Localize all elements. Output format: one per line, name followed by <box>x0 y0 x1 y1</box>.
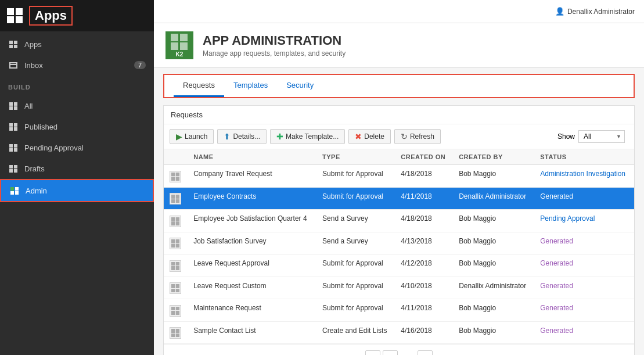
row-status[interactable]: Generated <box>534 277 634 299</box>
tab-requests[interactable]: Requests <box>174 75 224 97</box>
col-created-on: CREATED ON <box>395 149 453 165</box>
app-title: APP ADMINISTRATION <box>203 33 632 48</box>
sidebar-item-pending-approval[interactable]: Pending Approval <box>0 137 154 158</box>
row-created-on: 4/10/2018 <box>395 277 453 299</box>
details-button[interactable]: ⬆ Details... <box>217 129 267 144</box>
row-status[interactable]: Administration Investigation <box>534 165 634 188</box>
row-name: Employee Job Satisfaction Quarter 4 <box>188 210 316 232</box>
row-created-on: 4/11/2018 <box>395 299 453 322</box>
row-type: Send a Survey <box>316 232 395 254</box>
table-row[interactable]: Leave Request CustomSubmit for Approval4… <box>164 277 634 299</box>
row-type: Submit for Approval <box>316 165 395 188</box>
row-name: Leave Request Custom <box>188 277 316 299</box>
row-status[interactable]: Generated <box>534 254 634 277</box>
row-created-by: Denallix Administrator <box>453 187 534 210</box>
row-type: Send a Survey <box>316 210 395 232</box>
refresh-icon: ↻ <box>401 132 408 141</box>
sidebar-item-published[interactable]: Published <box>0 116 154 137</box>
prev-page-button[interactable]: ‹ <box>383 350 398 355</box>
main-content: 👤 Denallix Administrator K2 APP ADMINIST… <box>154 0 644 355</box>
row-created-on: 4/18/2018 <box>395 165 453 188</box>
table-body: Company Travel RequestSubmit for Approva… <box>164 165 634 344</box>
table-row[interactable]: Job Satisfaction SurveySend a Survey4/13… <box>164 232 634 254</box>
sidebar-item-apps[interactable]: Apps <box>0 34 154 55</box>
launch-icon: ▶ <box>176 132 182 141</box>
row-type: Submit for Approval <box>316 254 395 277</box>
row-created-by: Denallix Administrator <box>453 277 534 299</box>
sidebar-item-admin[interactable]: Admin <box>0 179 154 202</box>
all-icon <box>8 101 19 111</box>
row-status[interactable]: Generated <box>534 187 634 210</box>
row-type: Submit for Approval <box>316 277 395 299</box>
sidebar-title: Apps <box>29 6 73 26</box>
row-type: Submit for Approval <box>316 187 395 210</box>
tab-templates[interactable]: Templates <box>224 75 277 97</box>
sidebar-item-all-label: All <box>24 102 33 110</box>
sidebar-item-inbox[interactable]: Inbox 7 <box>0 55 154 76</box>
col-type: TYPE <box>316 149 395 165</box>
refresh-button[interactable]: ↻ Refresh <box>394 129 441 144</box>
table-row[interactable]: Maintenance RequestSubmit for Approval4/… <box>164 299 634 322</box>
sidebar-item-all[interactable]: All <box>0 95 154 116</box>
row-created-on: 4/18/2018 <box>395 210 453 232</box>
row-name: Maintenance Request <box>188 299 316 322</box>
first-page-button[interactable]: « <box>365 350 380 355</box>
show-label: Show <box>557 132 575 141</box>
table-row[interactable]: Company Travel RequestSubmit for Approva… <box>164 165 634 188</box>
row-type: Submit for Approval <box>316 299 395 322</box>
table-row[interactable]: Sample Contact ListCreate and Edit Lists… <box>164 321 634 344</box>
published-icon <box>8 121 19 132</box>
app-subtitle: Manage app requests, templates, and secu… <box>203 49 632 58</box>
row-created-by: Bob Maggio <box>453 321 534 344</box>
show-control: Show All <box>557 130 628 143</box>
sidebar-item-apps-label: Apps <box>24 40 42 49</box>
make-template-button[interactable]: ✚ Make Template... <box>270 129 345 144</box>
status-link[interactable]: Generated <box>540 327 573 335</box>
user-icon: 👤 <box>555 7 564 16</box>
row-icon-cell <box>164 277 188 299</box>
admin-icon <box>9 185 20 196</box>
row-status[interactable]: Pending Approval <box>534 210 634 232</box>
row-status[interactable]: Generated <box>534 321 634 344</box>
status-link[interactable]: Generated <box>540 259 573 267</box>
show-select-wrapper: All <box>578 130 625 143</box>
sidebar: Apps Apps Inbox 7 BUILD All <box>0 0 154 355</box>
sidebar-nav-section: Apps Inbox 7 <box>0 31 154 78</box>
row-name: Employee Contracts <box>188 187 316 210</box>
table-row[interactable]: Leave Request ApprovalSubmit for Approva… <box>164 254 634 277</box>
row-name: Leave Request Approval <box>188 254 316 277</box>
row-app-icon <box>170 305 181 317</box>
row-type: Create and Edit Lists <box>316 321 395 344</box>
table-row[interactable]: Employee ContractsSubmit for Approval4/1… <box>164 187 634 210</box>
app-title-block: APP ADMINISTRATION Manage app requests, … <box>203 33 632 58</box>
user-name: Denallix Administrator <box>567 8 635 16</box>
app-header: K2 APP ADMINISTRATION Manage app request… <box>154 23 644 68</box>
row-created-by: Bob Maggio <box>453 254 534 277</box>
row-icon-cell <box>164 299 188 322</box>
status-link[interactable]: Administration Investigation <box>540 170 625 178</box>
row-created-by: Bob Maggio <box>453 165 534 188</box>
row-icon-cell <box>164 254 188 277</box>
delete-button[interactable]: ✖ Delete <box>348 129 391 144</box>
sidebar-build-section: All Published Pending Approval Drafts <box>0 93 154 205</box>
launch-button[interactable]: ▶ Launch <box>170 129 214 144</box>
status-link[interactable]: Generated <box>540 237 573 245</box>
inbox-icon <box>8 60 19 70</box>
status-link[interactable]: Generated <box>540 192 573 200</box>
current-page: 1 <box>400 350 415 355</box>
row-status[interactable]: Generated <box>534 299 634 322</box>
status-link[interactable]: Pending Approval <box>540 214 595 223</box>
table-row[interactable]: Employee Job Satisfaction Quarter 4Send … <box>164 210 634 232</box>
row-created-on: 4/11/2018 <box>395 187 453 210</box>
row-status[interactable]: Generated <box>534 232 634 254</box>
row-created-on: 4/13/2018 <box>395 232 453 254</box>
status-link[interactable]: Generated <box>540 282 573 290</box>
pending-icon <box>8 142 19 153</box>
details-icon: ⬆ <box>224 132 231 141</box>
sidebar-logo-grid <box>7 8 23 23</box>
next-page-button[interactable]: › <box>418 350 433 355</box>
sidebar-item-drafts[interactable]: Drafts <box>0 158 154 179</box>
show-select[interactable]: All <box>578 130 625 143</box>
status-link[interactable]: Generated <box>540 304 573 312</box>
tab-security[interactable]: Security <box>277 75 323 97</box>
